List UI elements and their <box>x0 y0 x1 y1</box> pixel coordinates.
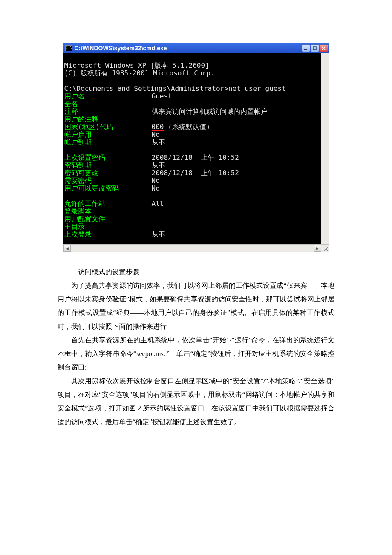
row-label: 国家(地区)代码 <box>64 123 152 131</box>
output-row: 上次设置密码2008/12/18 上午 10:52 <box>64 154 321 162</box>
output-row: 允许的工作站All <box>64 200 321 208</box>
output-row: 需要密码No <box>64 177 321 185</box>
row-label: 帐户启用 <box>64 131 152 139</box>
output-row: 全名 <box>64 100 321 108</box>
article-heading: 访问模式的设置步骤 <box>58 265 334 279</box>
row-value: 从不 <box>152 139 165 146</box>
window-title: C:\WINDOWS\system32\cmd.exe <box>75 45 167 52</box>
output-row: 用户名Guest <box>64 92 321 100</box>
row-label: 允许的工作站 <box>64 200 152 208</box>
scroll-left-button[interactable]: ◀ <box>63 245 71 252</box>
cmd-window: C:\ C:\WINDOWS\system32\cmd.exe Microsof… <box>63 43 329 252</box>
output-row: 主目录 <box>64 223 321 231</box>
row-label: 用户名 <box>64 92 152 100</box>
close-button[interactable] <box>320 44 328 52</box>
output-row: 注释供来宾访问计算机或访问域的内置帐户 <box>64 108 321 116</box>
svg-rect-1 <box>313 47 316 50</box>
row-label: 需要密码 <box>64 177 152 185</box>
output-row: 登录脚本 <box>64 208 321 215</box>
row-label: 全名 <box>64 100 152 108</box>
output-row: 用户可以更改密码No <box>64 185 321 192</box>
output-row: 上次登录从不 <box>64 231 321 238</box>
maximize-button[interactable] <box>311 44 319 52</box>
output-row-highlighted: 帐户启用No <box>64 131 321 139</box>
output-row: 用户的注释 <box>64 116 321 123</box>
article-paragraph: 首先在共享资源所在的主机系统中，依次单击“开始”/“运行”命令，在弹出的系统运行… <box>58 333 334 374</box>
cmd-icon: C:\ <box>65 45 72 51</box>
article-paragraph: 其次用鼠标依次展开该控制台窗口左侧显示区域中的“安全设置”/“本地策略”/“安全… <box>58 374 334 429</box>
output-row: 密码到期从不 <box>64 162 321 169</box>
scroll-right-button[interactable]: ▶ <box>314 245 321 252</box>
output-row: 密码可更改2008/12/18 上午 10:52 <box>64 169 321 177</box>
console-header: Microsoft Windows XP [版本 5.1.2600] (C) 版… <box>64 61 215 77</box>
scroll-up-button[interactable]: ▲ <box>322 69 329 76</box>
row-value: No <box>152 177 160 185</box>
row-value: 从不 <box>152 162 165 169</box>
resize-grip[interactable] <box>321 245 329 252</box>
row-label: 密码到期 <box>64 162 152 169</box>
row-label: 用户配置文件 <box>64 215 152 223</box>
prompt-line: C:\Documents and Settings\Administrator>… <box>64 84 286 92</box>
row-value: No <box>152 131 160 139</box>
vertical-scrollbar[interactable]: ▲ ▼ <box>321 53 329 237</box>
output-row: 用户配置文件 <box>64 215 321 223</box>
scroll-down-button[interactable]: ▼ <box>322 229 329 237</box>
row-value: No <box>152 185 160 192</box>
row-label: 登录脚本 <box>64 208 152 215</box>
row-label: 上次设置密码 <box>64 154 152 162</box>
article-paragraph: 为了提高共享资源的访问效率，我们可以将网上邻居的工作模式设置成“仅来宾——本地用… <box>58 279 334 333</box>
row-value: 供来宾访问计算机或访问域的内置帐户 <box>152 108 268 116</box>
row-label: 帐户到期 <box>64 139 152 146</box>
row-value: 从不 <box>152 231 165 238</box>
row-value: 2008/12/18 上午 10:52 <box>152 169 239 177</box>
row-label: 注释 <box>64 108 152 116</box>
console-output: Microsoft Windows XP [版本 5.1.2600] (C) 版… <box>63 53 329 244</box>
horizontal-scrollbar[interactable]: ◀ ▶ <box>63 244 329 252</box>
svg-rect-0 <box>304 49 307 50</box>
row-label: 上次登录 <box>64 231 152 238</box>
row-value: All <box>152 200 164 208</box>
row-label: 用户的注释 <box>64 116 152 123</box>
output-row: 国家(地区)代码000 (系统默认值) <box>64 123 321 131</box>
titlebar: C:\ C:\WINDOWS\system32\cmd.exe <box>63 43 329 53</box>
row-value: 000 (系统默认值) <box>152 123 210 131</box>
row-label: 密码可更改 <box>64 169 152 177</box>
row-label: 主目录 <box>64 223 152 231</box>
scroll-thumb[interactable] <box>322 91 329 104</box>
output-row: 帐户到期从不 <box>64 139 321 146</box>
row-value: 2008/12/18 上午 10:52 <box>152 154 239 162</box>
row-label: 用户可以更改密码 <box>64 185 152 192</box>
minimize-button[interactable] <box>302 44 310 52</box>
article-body: 访问模式的设置步骤 为了提高共享资源的访问效率，我们可以将网上邻居的工作模式设置… <box>58 265 334 429</box>
row-value: Guest <box>152 92 172 100</box>
